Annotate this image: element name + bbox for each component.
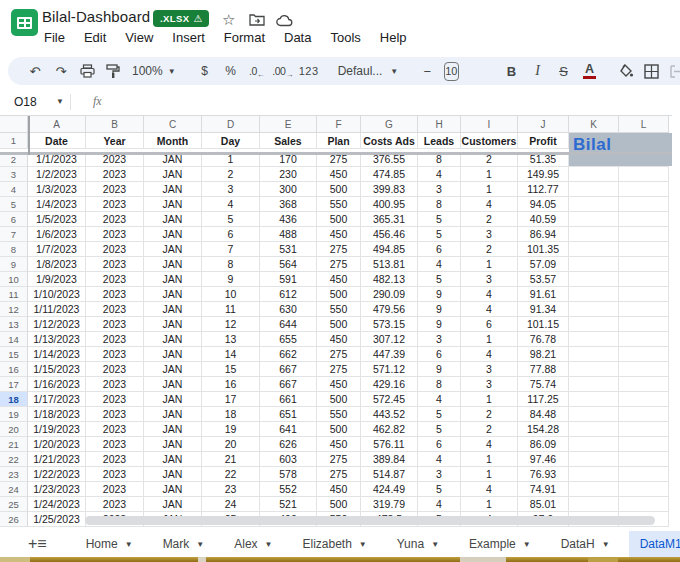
select-all-corner[interactable]: [0, 116, 28, 133]
print-button[interactable]: [74, 59, 100, 83]
cell[interactable]: 500: [317, 497, 361, 512]
row-header-22[interactable]: 22: [0, 452, 28, 467]
cell[interactable]: 576.11: [361, 437, 418, 452]
cell[interactable]: 97.46: [518, 452, 569, 467]
cell[interactable]: 6: [418, 437, 461, 452]
cell[interactable]: 4: [461, 437, 518, 452]
cell[interactable]: 571.12: [361, 362, 418, 377]
cell[interactable]: 447.39: [361, 347, 418, 362]
cell[interactable]: 550: [317, 302, 361, 317]
cell[interactable]: 626: [260, 437, 317, 452]
cell[interactable]: 462.82: [361, 422, 418, 437]
merge-cells-button[interactable]: [665, 59, 680, 83]
cell[interactable]: 24: [202, 497, 260, 512]
row-header-21[interactable]: 21: [0, 437, 28, 452]
cell[interactable]: 482.13: [361, 272, 418, 287]
cell[interactable]: 5: [418, 482, 461, 497]
cell[interactable]: 275: [317, 452, 361, 467]
cell[interactable]: 550: [317, 407, 361, 422]
cell[interactable]: [619, 242, 669, 257]
row-header-10[interactable]: 10: [0, 272, 28, 287]
cell[interactable]: [619, 182, 669, 197]
cell[interactable]: [619, 437, 669, 452]
column-header-I[interactable]: I: [461, 116, 518, 133]
cell[interactable]: 474.85: [361, 167, 418, 182]
cell[interactable]: 18: [202, 407, 260, 422]
cell[interactable]: 5: [418, 422, 461, 437]
cell[interactable]: 2: [461, 422, 518, 437]
cell[interactable]: 550: [317, 197, 361, 212]
cell[interactable]: 1: [461, 392, 518, 407]
cell[interactable]: 4: [418, 167, 461, 182]
menu-item-format[interactable]: Format: [224, 30, 265, 45]
cell[interactable]: 641: [260, 422, 317, 437]
cell[interactable]: 494.85: [361, 242, 418, 257]
sheets-logo-icon[interactable]: [11, 9, 38, 36]
cell[interactable]: 1/18/2023: [28, 407, 86, 422]
cell[interactable]: 429.16: [361, 377, 418, 392]
cell[interactable]: 389.84: [361, 452, 418, 467]
cell[interactable]: 2023: [86, 317, 144, 332]
cell[interactable]: [569, 437, 619, 452]
cell[interactable]: 644: [260, 317, 317, 332]
cell[interactable]: [619, 482, 669, 497]
cell[interactable]: 9: [418, 287, 461, 302]
cell[interactable]: 9: [418, 317, 461, 332]
row-header-13[interactable]: 13: [0, 317, 28, 332]
cell[interactable]: 275: [317, 257, 361, 272]
cell[interactable]: 1/8/2023: [28, 257, 86, 272]
cell[interactable]: 1: [461, 332, 518, 347]
fill-color-button[interactable]: [613, 59, 639, 83]
sheet-tab-datam1[interactable]: DataM1▼: [629, 531, 680, 557]
cell[interactable]: 1/3/2023: [28, 182, 86, 197]
cell[interactable]: 23: [202, 482, 260, 497]
column-header-D[interactable]: D: [202, 116, 260, 133]
cell[interactable]: [619, 167, 669, 182]
cell[interactable]: 1/5/2023: [28, 212, 86, 227]
cell[interactable]: 19: [202, 422, 260, 437]
cell[interactable]: 4: [202, 197, 260, 212]
cell[interactable]: 564: [260, 257, 317, 272]
cell[interactable]: [569, 302, 619, 317]
cell[interactable]: [569, 482, 619, 497]
cell[interactable]: 612: [260, 287, 317, 302]
cell[interactable]: 1: [461, 497, 518, 512]
cell[interactable]: 8: [418, 377, 461, 392]
cell[interactable]: 1/12/2023: [28, 317, 86, 332]
cell[interactable]: 112.77: [518, 182, 569, 197]
cell[interactable]: 94.05: [518, 197, 569, 212]
cell[interactable]: 21: [202, 452, 260, 467]
cell[interactable]: 2: [461, 407, 518, 422]
cell[interactable]: [569, 362, 619, 377]
cell[interactable]: Leads: [418, 133, 461, 149]
cell[interactable]: 1/10/2023: [28, 287, 86, 302]
cell[interactable]: JAN: [144, 317, 202, 332]
cell[interactable]: 9: [418, 362, 461, 377]
cell[interactable]: [569, 257, 619, 272]
cell[interactable]: [619, 227, 669, 242]
cell[interactable]: 1/2/2023: [28, 167, 86, 182]
cell[interactable]: [619, 407, 669, 422]
cell[interactable]: JAN: [144, 302, 202, 317]
cell[interactable]: [619, 347, 669, 362]
menu-item-file[interactable]: File: [44, 30, 65, 45]
increase-font-size-button[interactable]: [463, 59, 489, 83]
cell[interactable]: Customers: [461, 133, 518, 149]
column-header-F[interactable]: F: [317, 116, 361, 133]
row-header-3[interactable]: 3: [0, 167, 28, 182]
cell[interactable]: JAN: [144, 377, 202, 392]
cell[interactable]: 603: [260, 452, 317, 467]
cell[interactable]: 1/11/2023: [28, 302, 86, 317]
cell[interactable]: [569, 182, 619, 197]
cell[interactable]: 275: [317, 242, 361, 257]
cell[interactable]: JAN: [144, 197, 202, 212]
all-sheets-button[interactable]: ≡: [37, 535, 46, 553]
cell[interactable]: 101.15: [518, 317, 569, 332]
cell[interactable]: 1: [461, 257, 518, 272]
cell[interactable]: [619, 362, 669, 377]
decrease-decimal-button[interactable]: .0←: [244, 59, 270, 83]
cell[interactable]: 2023: [86, 437, 144, 452]
font-select[interactable]: Defaul... ▼: [332, 64, 405, 78]
cell[interactable]: 2023: [86, 482, 144, 497]
cell[interactable]: 450: [317, 377, 361, 392]
